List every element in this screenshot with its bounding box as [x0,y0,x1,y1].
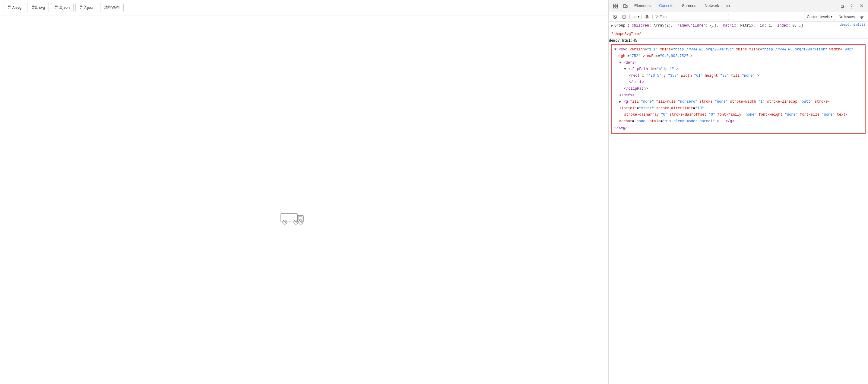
clippath-expand[interactable]: ▼ [624,67,626,71]
string-value: 'shapeSvgItem' [611,32,642,36]
settings-icon[interactable] [838,2,846,10]
more-options-icon[interactable]: ⋮ [847,2,856,10]
svg-rect-12 [616,4,618,6]
canvas-area: 导入svg 导出svg 导出json 导入json 清空画布 [0,0,609,384]
svg-line-1: ▼ <svg version="1.1" xmlns="http://www.w… [614,47,863,59]
no-icon[interactable] [620,13,628,21]
chevron-down-icon: ▾ [638,15,640,19]
svg-rect: <rect x="420.5" y="357" width="61" heigh… [614,73,863,80]
children-key: _children [629,24,649,28]
console-entry-string: 'shapeSvgItem' [609,30,868,39]
export-json-button[interactable]: 导出json [51,3,73,12]
canvas-truck-icon [280,209,304,227]
log-text-2: 'shapeSvgItem' [611,31,642,37]
devtools-tab-bar: Elements Console Sources Network >> ⋮ ✕ [609,0,868,12]
svg-expand-triangle[interactable]: ▼ [614,48,617,52]
g-expand[interactable]: ▶ [619,99,621,104]
svg-rect-2 [298,216,302,219]
device-toolbar-icon[interactable] [621,2,629,10]
svg-rect-close: </rect> [614,79,863,86]
execution-context-select[interactable]: top ▾ [629,14,642,20]
no-issues-button[interactable]: No Issues [837,14,857,20]
filter-icon [655,15,658,19]
svg-clippath: ▼ <clipPath id="clip-1" > [614,66,863,73]
filter-input[interactable] [660,15,726,19]
top-label: top [631,15,637,19]
tab-console[interactable]: Console [655,1,677,10]
chevron-down-icon2: ▾ [831,15,832,19]
close-devtools-icon[interactable]: ✕ [857,2,866,10]
tab-sources[interactable]: Sources [678,1,700,10]
svg-defs: ▼ <defs> [614,60,863,66]
svg-point-4 [284,221,286,223]
svg-clippath-close: </clipPath> [614,86,863,92]
toolbar: 导入svg 导出svg 导出json 导入json 清空画布 [0,0,608,16]
canvas-content [0,16,608,384]
tab-network[interactable]: Network [701,1,723,10]
tab-elements[interactable]: Elements [631,1,654,10]
svg-point-21 [645,16,649,18]
live-expressions-icon[interactable] [643,13,651,21]
expand-triangle-1[interactable]: ▶ [611,24,613,28]
import-svg-button[interactable]: 导入svg [4,3,25,12]
svg-rect-13 [614,6,615,8]
defs-expand[interactable]: ▼ [619,61,621,65]
group-label: Group { [614,24,629,28]
log-text-1: Group {_children: Array(2), _namedChildr… [614,23,803,29]
clear-canvas-button[interactable]: 清空画布 [100,3,124,12]
svg-g: ▶ <g fill="none" fill-rule="nonzero" str… [614,99,863,125]
console-toolbar: top ▾ Custom levels ▾ No Issues [609,12,868,22]
export-svg-button[interactable]: 导出svg [27,3,49,12]
svg-rect-14 [616,6,618,8]
custom-levels-label: Custom levels [807,15,829,19]
svg-point-8 [300,221,302,223]
svg-rect-11 [614,4,615,6]
svg-line-18 [614,16,616,18]
clear-console-button[interactable] [611,13,619,21]
console-filter [652,14,729,20]
more-tabs-button[interactable]: >> [724,2,732,10]
svg-block: ▼ <svg version="1.1" xmlns="http://www.w… [611,44,866,134]
file-link-1[interactable]: demo7.html:38 [840,23,866,27]
svg-point-3 [283,220,287,224]
import-json-button[interactable]: 导入json [75,3,98,12]
devtools-panel: Elements Console Sources Network >> ⋮ ✕ [609,0,868,384]
inspect-element-icon[interactable] [611,2,620,10]
svg-point-6 [295,221,297,223]
svg-point-22 [646,16,648,18]
console-entry-group: demo7.html:38 ▶ Group {_children: Array(… [609,22,868,30]
file-link-2[interactable]: demo7.html:45 [609,39,637,43]
console-output: demo7.html:38 ▶ Group {_children: Array(… [609,22,868,384]
svg-rect-16 [626,5,627,7]
console-settings-icon[interactable] [858,13,866,21]
svg-close: </svg> [614,125,863,131]
svg-point-5 [294,220,298,224]
svg-defs-close: </defs> [614,92,863,99]
svg-point-7 [299,220,303,224]
custom-levels-button[interactable]: Custom levels ▾ [804,14,835,20]
svg-rect-15 [623,4,626,7]
